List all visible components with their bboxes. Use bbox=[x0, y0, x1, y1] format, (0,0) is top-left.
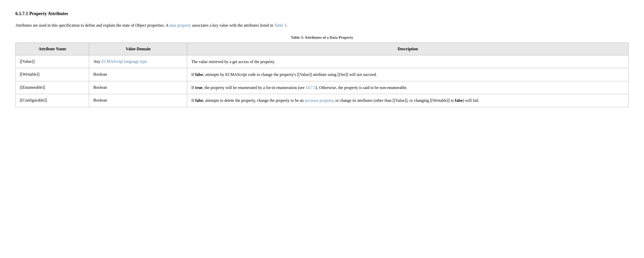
intro-text-part2: associates a key value with the attribut… bbox=[191, 23, 274, 27]
table-caption: Table 3: Attributes of a Data Property bbox=[15, 35, 629, 41]
attr-writable: [[Writable]] bbox=[16, 68, 89, 81]
section-14-7-5-link[interactable]: 14.7.5 bbox=[306, 85, 316, 90]
accessor-property-link[interactable]: accessor property bbox=[305, 98, 333, 103]
header-description: Description bbox=[187, 43, 629, 55]
header-attr-name: Attribute Name bbox=[16, 43, 89, 55]
attributes-table: Attribute Name Value Domain Description … bbox=[15, 43, 629, 107]
intro-text-part3: . bbox=[286, 23, 287, 27]
description-value: The value retrieved by a get access of t… bbox=[187, 55, 629, 68]
bold-true-enumerable: true bbox=[195, 85, 202, 90]
ecmascript-language-type-link[interactable]: ECMAScript language type bbox=[101, 59, 147, 64]
bold-false-configurable: false bbox=[195, 98, 203, 103]
value-domain-value: Any ECMAScript language type bbox=[89, 55, 187, 68]
value-domain-configurable: Boolean bbox=[89, 94, 187, 107]
value-domain-writable: Boolean bbox=[89, 68, 187, 81]
description-configurable: If false, attempts to delete the propert… bbox=[187, 94, 629, 107]
value-domain-enumerable: Boolean bbox=[89, 81, 187, 94]
description-enumerable: If true, the property will be enumerated… bbox=[187, 81, 629, 94]
table-row: [[Writable]] Boolean If false, attempts … bbox=[16, 68, 629, 81]
table-row: [[Value]] Any ECMAScript language type T… bbox=[16, 55, 629, 68]
data-property-link[interactable]: data property bbox=[169, 23, 191, 27]
table-row: [[Configurable]] Boolean If false, attem… bbox=[16, 94, 629, 107]
table-row: [[Enumerable]] Boolean If true, the prop… bbox=[16, 81, 629, 94]
attr-enumerable: [[Enumerable]] bbox=[16, 81, 89, 94]
attr-value: [[Value]] bbox=[16, 55, 89, 68]
intro-text-part1: Attributes are used in this specificatio… bbox=[15, 23, 169, 27]
bold-false-configurable2: false bbox=[455, 98, 463, 103]
bold-false-writable: false bbox=[195, 72, 203, 77]
section-title: 6.1.7.1 Property Attributes bbox=[15, 10, 629, 17]
table3-link[interactable]: Table 3 bbox=[274, 23, 286, 27]
description-writable: If false, attempts by ECMAScript code to… bbox=[187, 68, 629, 81]
header-value-domain: Value Domain bbox=[89, 43, 187, 55]
attr-configurable: [[Configurable]] bbox=[16, 94, 89, 107]
table-header-row: Attribute Name Value Domain Description bbox=[16, 43, 629, 55]
intro-paragraph: Attributes are used in this specificatio… bbox=[15, 22, 629, 28]
